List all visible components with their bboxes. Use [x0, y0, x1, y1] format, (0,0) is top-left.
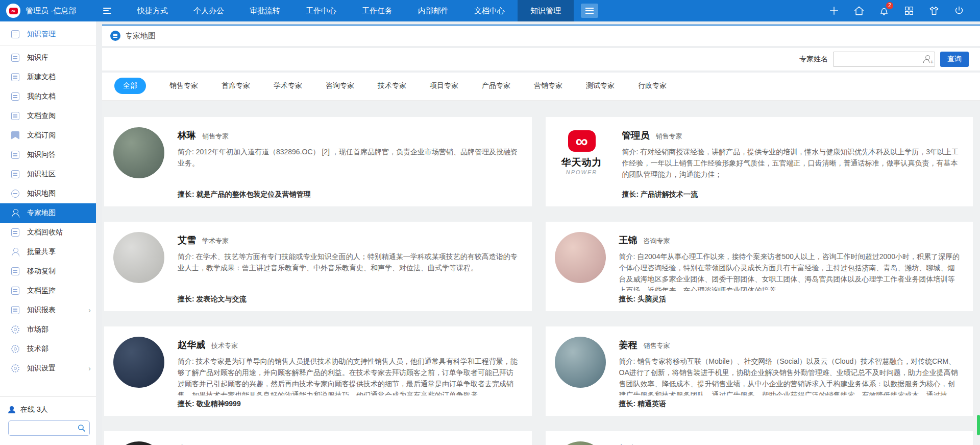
add-person-icon[interactable] — [923, 55, 932, 63]
sidebar-item[interactable]: 知识库 — [0, 48, 96, 67]
app-logo-icon: ∞ — [6, 4, 20, 18]
search-bar: 专家姓名 查询 — [102, 48, 980, 71]
expert-category: 技术专家 — [211, 341, 238, 350]
expert-category: 销售专家 — [644, 341, 670, 350]
expert-name-input[interactable] — [833, 52, 935, 67]
expert-card[interactable]: 王锦咨询专家简介: 自2004年从事心理工作以来，接待个案来访者500人以上，咨… — [546, 222, 973, 311]
expert-card[interactable]: 李国天测试专家 — [104, 431, 532, 445]
brand-subtitle: NPOWER — [566, 169, 598, 175]
power-icon[interactable] — [953, 5, 965, 16]
sidebar-item[interactable]: 技术部 — [0, 339, 96, 359]
expert-name: 赵华威 — [178, 339, 205, 351]
sidebar-item[interactable]: 文档监控 — [0, 281, 96, 300]
bell-icon[interactable]: 2 — [878, 5, 890, 16]
expert-card[interactable]: 赵华威技术专家简介: 技术专家是为订单导向的销售人员提供技术协助的支持性销售人员… — [104, 326, 532, 416]
expert-card[interactable]: 姜程销售专家简介: 销售专家将移动互联（Mobile）、社交网络（Social）… — [546, 326, 973, 416]
top-menu-item[interactable]: 工作任务 — [349, 0, 405, 21]
expert-intro: 简介: 有对经销商授课经验，讲解产品，提供专业的培训，懂水与健康知识优先本科及以… — [622, 146, 960, 180]
sidebar-item[interactable]: 知识社区 — [0, 165, 96, 184]
category-tab[interactable]: 测试专家 — [586, 81, 615, 90]
sidebar-item[interactable]: 知识报表› — [0, 300, 96, 320]
top-menu-item[interactable]: 文档中心 — [461, 0, 518, 21]
sidebar-item[interactable]: 知识设置› — [0, 359, 96, 378]
online-users-label: 在线 3人 — [20, 405, 48, 414]
top-menu-item[interactable]: 快捷方式 — [125, 0, 181, 21]
expert-info: 艾雪学术专家简介: 在学术、技艺等方面有专门技能或专业知识全面的人；特别精通某一… — [178, 231, 519, 304]
sidebar-item[interactable]: 文档订阅 — [0, 126, 96, 145]
home-icon[interactable] — [853, 5, 865, 16]
top-menu: 快捷方式个人办公审批流转工作中心工作任务内部邮件文档中心知识管理 — [125, 0, 574, 21]
top-menu-item[interactable]: 内部邮件 — [405, 0, 461, 21]
sidebar-item[interactable]: 移动复制 — [0, 262, 96, 281]
expert-cards: 林琳销售专家简介: 2012年年初加入道有道（832896.OC） [2] ，现… — [102, 101, 980, 445]
sidebar-item[interactable]: 文档查阅 — [0, 106, 96, 126]
gear-icon — [11, 325, 19, 334]
expert-intro: 简介: 自2004年从事心理工作以来，接待个案来访者500人以上，咨询工作时间超… — [619, 251, 960, 291]
expert-info: 刘东学术专家 — [619, 440, 960, 445]
sidebar-item[interactable]: 我的文档 — [0, 87, 96, 106]
sidebar-item[interactable]: 新建文档 — [0, 67, 96, 87]
category-tab[interactable]: 项目专家 — [430, 81, 458, 90]
sidebar-item-label: 知识问答 — [27, 150, 56, 159]
gear-icon — [11, 364, 19, 372]
sidebar-item[interactable]: 专家地图 — [0, 203, 96, 223]
category-tab[interactable]: 行政专家 — [638, 81, 667, 90]
sidebar-item-label: 知识设置 — [27, 364, 56, 373]
expert-card[interactable]: 艾雪学术专家简介: 在学术、技艺等方面有专门技能或专业知识全面的人；特别精通某一… — [104, 222, 532, 311]
sidebar-toggle-icon[interactable] — [103, 6, 111, 15]
expert-card[interactable]: 林琳销售专家简介: 2012年年初加入道有道（832896.OC） [2] ，现… — [104, 117, 532, 206]
expert-name: 艾雪 — [178, 234, 196, 246]
report-icon — [11, 306, 19, 314]
copy-icon — [11, 267, 19, 275]
scrollbar-thumb[interactable] — [977, 415, 980, 435]
search-input-wrap — [833, 52, 935, 67]
shirt-theme-icon[interactable] — [928, 5, 940, 16]
category-tab[interactable]: 首席专家 — [222, 81, 250, 90]
query-button[interactable]: 查询 — [940, 52, 969, 67]
expert-info: 王锦咨询专家简介: 自2004年从事心理工作以来，接待个案来访者500人以上，咨… — [619, 231, 960, 304]
sidebar-item[interactable]: 市场部 — [0, 320, 96, 339]
expert-category: 销售专家 — [656, 132, 682, 141]
category-tab[interactable]: 技术专家 — [378, 81, 406, 90]
expert-avatar — [555, 337, 606, 388]
navbar-left: ∞ 管理员 -信息部 — [0, 4, 96, 18]
category-tab[interactable]: 学术专家 — [274, 81, 302, 90]
expert-card[interactable]: 刘东学术专家 — [546, 431, 973, 445]
category-tab[interactable]: 全部 — [114, 78, 146, 94]
sidebar-item[interactable]: 知识地图 — [0, 184, 96, 203]
monitor-icon — [11, 287, 19, 295]
sidebar-item[interactable]: 批量共享 — [0, 242, 96, 262]
frame: 知识管理知识库新建文档我的文档文档查阅文档订阅知识问答知识社区知识地图专家地图文… — [0, 21, 980, 445]
sidebar-item-label: 文档回收站 — [27, 228, 63, 237]
more-menu-icon[interactable] — [581, 4, 598, 18]
top-menu-item[interactable]: 审批流转 — [237, 0, 293, 21]
plus-icon[interactable] — [828, 5, 840, 16]
doc-review-icon — [11, 112, 19, 120]
category-tab[interactable]: 营销专家 — [534, 81, 562, 90]
expert-name: 管理员 — [622, 129, 650, 142]
expert-category: 咨询专家 — [644, 237, 670, 246]
sidebar-item-label: 文档查阅 — [27, 111, 56, 121]
apps-grid-icon[interactable] — [903, 5, 915, 16]
category-tab[interactable]: 咨询专家 — [326, 81, 354, 90]
sidebar-item[interactable]: 文档回收站 — [0, 223, 96, 242]
sidebar: 知识管理知识库新建文档我的文档文档查阅文档订阅知识问答知识社区知识地图专家地图文… — [0, 21, 96, 445]
top-menu-item[interactable]: 工作中心 — [293, 0, 349, 21]
category-tab[interactable]: 产品专家 — [482, 81, 510, 90]
sidebar-item[interactable]: 知识问答 — [0, 145, 96, 165]
search-icon[interactable] — [77, 424, 86, 434]
chevron-right-icon: › — [88, 306, 91, 314]
expert-info: 李国天测试专家 — [178, 440, 519, 445]
sidebar-item-label: 知识库 — [27, 53, 48, 62]
sidebar-item-label: 市场部 — [27, 325, 48, 334]
briefcase-icon — [11, 30, 19, 38]
notification-badge: 2 — [886, 2, 893, 9]
trash-icon — [11, 228, 19, 237]
top-menu-item[interactable]: 知识管理 — [518, 0, 574, 21]
top-menu-item[interactable]: 个人办公 — [181, 0, 237, 21]
expert-intro: 简介: 2012年年初加入道有道（832896.OC） [2] ，现任首席品牌官… — [178, 146, 519, 169]
category-tab[interactable]: 销售专家 — [169, 81, 198, 90]
sidebar-item[interactable]: 知识管理 — [0, 22, 96, 46]
expert-title-row: 赵华威技术专家 — [178, 339, 519, 351]
expert-card[interactable]: ∞华天动力NPOWER管理员销售专家简介: 有对经销商授课经验，讲解产品，提供专… — [546, 117, 973, 206]
